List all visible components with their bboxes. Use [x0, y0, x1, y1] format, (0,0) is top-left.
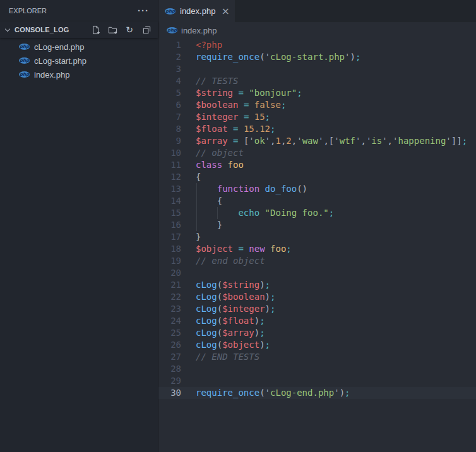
- code-line-28[interactable]: 28: [158, 363, 476, 375]
- line-number[interactable]: 15: [158, 207, 187, 219]
- line-number[interactable]: 30: [158, 387, 187, 399]
- code-line-14[interactable]: 14 {: [158, 195, 476, 207]
- code-line-18[interactable]: 18$object = new foo;: [158, 243, 476, 255]
- line-content[interactable]: $integer = 15;: [187, 111, 476, 123]
- more-actions-icon[interactable]: ···: [138, 8, 149, 14]
- line-content[interactable]: $string = "bonjour";: [187, 87, 476, 99]
- code-line-1[interactable]: 1<?php: [158, 39, 476, 51]
- line-content[interactable]: cLog($boolean);: [187, 291, 476, 303]
- code-line-15[interactable]: 15 echo "Doing foo.";: [158, 207, 476, 219]
- line-number[interactable]: 7: [158, 111, 187, 123]
- new-file-icon[interactable]: [90, 25, 100, 35]
- line-number[interactable]: 1: [158, 39, 187, 51]
- line-number[interactable]: 18: [158, 243, 187, 255]
- refresh-icon[interactable]: ↻: [124, 25, 134, 35]
- line-content[interactable]: [187, 363, 476, 375]
- file-row-cLog-start.php[interactable]: phpcLog-start.php: [0, 54, 158, 68]
- line-content[interactable]: require_once('cLog-end.php');: [187, 387, 476, 399]
- code-line-24[interactable]: 24cLog($float);: [158, 315, 476, 327]
- line-number[interactable]: 4: [158, 75, 187, 87]
- line-number[interactable]: 26: [158, 339, 187, 351]
- line-number[interactable]: 2: [158, 51, 187, 63]
- line-number[interactable]: 6: [158, 99, 187, 111]
- code-line-21[interactable]: 21cLog($string);: [158, 279, 476, 291]
- line-content[interactable]: echo "Doing foo.";: [187, 207, 476, 219]
- line-content[interactable]: $object = new foo;: [187, 243, 476, 255]
- file-row-cLog-end.php[interactable]: phpcLog-end.php: [0, 40, 158, 54]
- line-number[interactable]: 29: [158, 375, 187, 387]
- line-content[interactable]: {: [187, 195, 476, 207]
- line-number[interactable]: 22: [158, 291, 187, 303]
- new-folder-icon[interactable]: [107, 25, 117, 35]
- code-line-26[interactable]: 26cLog($object);: [158, 339, 476, 351]
- line-content[interactable]: $array = ['ok',1,2,'waw',['wtf','is','ha…: [187, 135, 476, 147]
- line-number[interactable]: 23: [158, 303, 187, 315]
- close-icon[interactable]: ×: [222, 6, 230, 16]
- line-content[interactable]: cLog($array);: [187, 327, 476, 339]
- code-line-23[interactable]: 23cLog($integer);: [158, 303, 476, 315]
- line-number[interactable]: 14: [158, 195, 187, 207]
- code-line-30[interactable]: 30require_once('cLog-end.php');: [158, 387, 476, 399]
- code-line-20[interactable]: 20: [158, 267, 476, 279]
- code-line-16[interactable]: 16 }: [158, 219, 476, 231]
- line-content[interactable]: $boolean = false;: [187, 99, 476, 111]
- breadcrumb-item[interactable]: index.php: [181, 26, 217, 35]
- line-content[interactable]: cLog($string);: [187, 279, 476, 291]
- code-line-25[interactable]: 25cLog($array);: [158, 327, 476, 339]
- code-line-10[interactable]: 10// object: [158, 147, 476, 159]
- code-line-11[interactable]: 11class foo: [158, 159, 476, 171]
- line-number[interactable]: 21: [158, 279, 187, 291]
- code-line-2[interactable]: 2require_once('cLog-start.php');: [158, 51, 476, 63]
- file-row-index.php[interactable]: phpindex.php: [0, 68, 158, 81]
- line-content[interactable]: [187, 375, 476, 387]
- line-number[interactable]: 9: [158, 135, 187, 147]
- code-line-29[interactable]: 29: [158, 375, 476, 387]
- line-content[interactable]: }: [187, 231, 476, 243]
- code-line-6[interactable]: 6$boolean = false;: [158, 99, 476, 111]
- line-content[interactable]: require_once('cLog-start.php');: [187, 51, 476, 63]
- code-line-4[interactable]: 4// TESTS: [158, 75, 476, 87]
- code-area[interactable]: 1<?php2require_once('cLog-start.php');34…: [158, 39, 476, 452]
- line-content[interactable]: // END TESTS: [187, 351, 476, 363]
- line-content[interactable]: }: [187, 219, 476, 231]
- code-line-17[interactable]: 17}: [158, 231, 476, 243]
- line-number[interactable]: 11: [158, 159, 187, 171]
- code-line-12[interactable]: 12{: [158, 171, 476, 183]
- line-content[interactable]: // TESTS: [187, 75, 476, 87]
- line-content[interactable]: // end object: [187, 255, 476, 267]
- line-content[interactable]: [187, 63, 476, 75]
- code-line-27[interactable]: 27// END TESTS: [158, 351, 476, 363]
- line-content[interactable]: cLog($float);: [187, 315, 476, 327]
- line-number[interactable]: 12: [158, 171, 187, 183]
- collapse-all-icon[interactable]: [141, 25, 152, 35]
- line-number[interactable]: 3: [158, 63, 187, 75]
- line-number[interactable]: 10: [158, 147, 187, 159]
- line-content[interactable]: cLog($object);: [187, 339, 476, 351]
- line-content[interactable]: [187, 267, 476, 279]
- line-number[interactable]: 19: [158, 255, 187, 267]
- line-content[interactable]: $float = 15.12;: [187, 123, 476, 135]
- line-content[interactable]: {: [187, 171, 476, 183]
- line-content[interactable]: class foo: [187, 159, 476, 171]
- line-number[interactable]: 28: [158, 363, 187, 375]
- line-content[interactable]: function do_foo(): [187, 183, 476, 195]
- section-header-console-log[interactable]: CONSOLE_LOG ↻: [0, 21, 158, 38]
- line-number[interactable]: 27: [158, 351, 187, 363]
- line-number[interactable]: 5: [158, 87, 187, 99]
- code-line-22[interactable]: 22cLog($boolean);: [158, 291, 476, 303]
- line-number[interactable]: 13: [158, 183, 187, 195]
- line-number[interactable]: 24: [158, 315, 187, 327]
- code-line-13[interactable]: 13 function do_foo(): [158, 183, 476, 195]
- line-content[interactable]: // object: [187, 147, 476, 159]
- line-number[interactable]: 20: [158, 267, 187, 279]
- code-line-19[interactable]: 19// end object: [158, 255, 476, 267]
- code-line-7[interactable]: 7$integer = 15;: [158, 111, 476, 123]
- code-line-3[interactable]: 3: [158, 63, 476, 75]
- code-line-8[interactable]: 8$float = 15.12;: [158, 123, 476, 135]
- line-number[interactable]: 25: [158, 327, 187, 339]
- line-number[interactable]: 17: [158, 231, 187, 243]
- code-line-5[interactable]: 5$string = "bonjour";: [158, 87, 476, 99]
- line-content[interactable]: <?php: [187, 39, 476, 51]
- code-line-9[interactable]: 9$array = ['ok',1,2,'waw',['wtf','is','h…: [158, 135, 476, 147]
- line-number[interactable]: 8: [158, 123, 187, 135]
